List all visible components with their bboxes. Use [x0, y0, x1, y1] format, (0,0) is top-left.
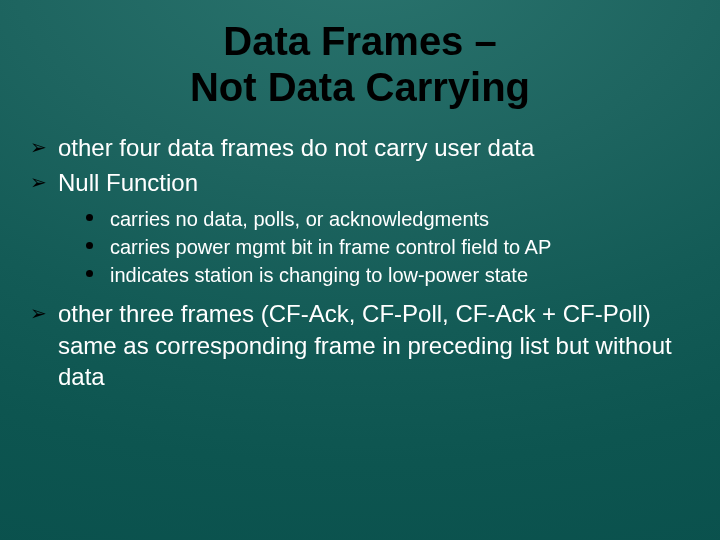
arrow-bullet-icon: ➢ — [30, 169, 47, 195]
dot-bullet-icon — [86, 270, 93, 277]
slide: Data Frames – Not Data Carrying ➢ other … — [0, 0, 720, 540]
sub-bullet-item: carries no data, polls, or acknowledgmen… — [86, 206, 690, 232]
sub-bullet-text: carries no data, polls, or acknowledgmen… — [110, 208, 489, 230]
dot-bullet-icon — [86, 214, 93, 221]
bullet-text: other four data frames do not carry user… — [58, 134, 534, 161]
sub-bullet-text: carries power mgmt bit in frame control … — [110, 236, 551, 258]
slide-body: ➢ other four data frames do not carry us… — [30, 132, 690, 392]
sub-bullet-item: indicates station is changing to low-pow… — [86, 262, 690, 288]
sub-bullet-item: carries power mgmt bit in frame control … — [86, 234, 690, 260]
arrow-bullet-icon: ➢ — [30, 300, 47, 326]
bullet-text: other three frames (CF-Ack, CF-Poll, CF-… — [58, 300, 672, 389]
bullet-list-level1: ➢ other four data frames do not carry us… — [30, 132, 690, 392]
bullet-item: ➢ other four data frames do not carry us… — [30, 132, 690, 163]
bullet-list-level2: carries no data, polls, or acknowledgmen… — [58, 206, 690, 288]
slide-title: Data Frames – Not Data Carrying — [30, 18, 690, 110]
bullet-text: Null Function — [58, 169, 198, 196]
dot-bullet-icon — [86, 242, 93, 249]
bullet-item: ➢ other three frames (CF-Ack, CF-Poll, C… — [30, 298, 690, 392]
arrow-bullet-icon: ➢ — [30, 134, 47, 160]
sub-bullet-text: indicates station is changing to low-pow… — [110, 264, 528, 286]
bullet-item: ➢ Null Function carries no data, polls, … — [30, 167, 690, 288]
